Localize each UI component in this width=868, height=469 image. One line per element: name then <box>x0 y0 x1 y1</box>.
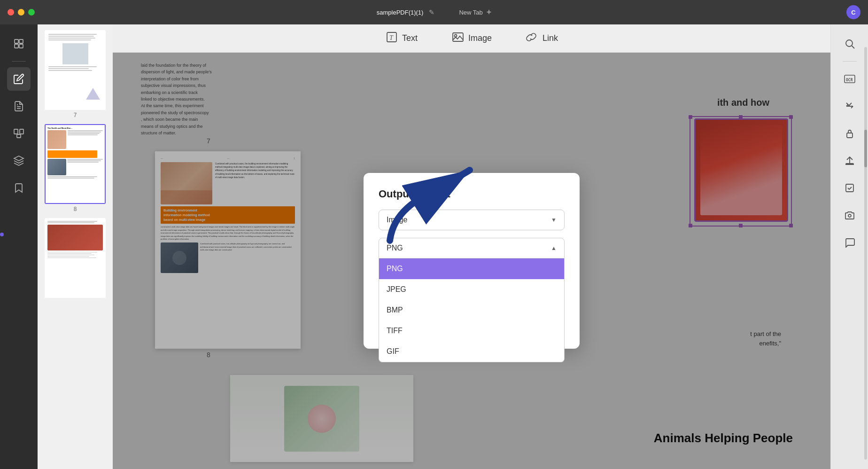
thumb-text-lines-7 <box>48 34 102 40</box>
thumb-content-9 <box>46 219 105 297</box>
svg-text:OCR: OCR <box>846 78 853 82</box>
share-icon-btn[interactable] <box>838 149 861 172</box>
png-dropdown-trigger[interactable]: PNG ▲ <box>379 238 565 258</box>
sidebar-icon-bookmark[interactable] <box>7 176 31 200</box>
sidebar-icon-layers[interactable] <box>7 149 31 172</box>
convert-icon-btn[interactable] <box>838 94 861 118</box>
dropdown-item-png-label: PNG <box>387 265 403 273</box>
sidebar-icon-thumbnails[interactable] <box>7 32 31 55</box>
dropdown-item-gif[interactable]: GIF <box>379 341 564 362</box>
check-icon-btn[interactable] <box>838 176 861 200</box>
toolbar-link-item[interactable]: Link <box>518 27 566 50</box>
dropdown-item-png[interactable]: PNG <box>379 258 564 279</box>
add-tab-icon[interactable]: + <box>487 8 492 17</box>
titlebar-right: C <box>846 5 860 19</box>
svg-rect-19 <box>847 133 852 138</box>
format-select[interactable]: Image ▼ <box>379 210 565 230</box>
toolbar-text-label: Text <box>402 33 418 43</box>
svg-rect-7 <box>20 129 23 134</box>
new-tab-label[interactable]: New Tab <box>459 9 482 16</box>
main-content: 7 The Health and Mood-Boo... <box>0 24 868 469</box>
dropdown-item-tiff-label: TIFF <box>387 327 403 335</box>
image-toolbar-icon <box>451 31 465 46</box>
png-dropdown-field: PNG ▲ PNG JPEG BMP <box>379 238 565 258</box>
camera-icon-btn[interactable] <box>838 203 861 227</box>
edit-icon[interactable]: ✎ <box>429 8 434 16</box>
titlebar-center: samplePDF(1)(1) ✎ New Tab + <box>377 8 492 17</box>
svg-rect-20 <box>846 184 853 192</box>
png-selected-value: PNG <box>387 244 403 252</box>
close-button[interactable] <box>8 9 14 16</box>
png-arrow-up-icon: ▲ <box>551 245 557 251</box>
format-selected-value: Image <box>387 216 407 224</box>
pdf-area: T Text Image <box>113 24 830 469</box>
user-avatar[interactable]: C <box>846 5 860 19</box>
thumbnail-img-9[interactable] <box>45 218 106 298</box>
toolbar-link-label: Link <box>542 33 558 43</box>
dropdown-item-gif-label: GIF <box>387 347 399 356</box>
svg-line-16 <box>852 46 854 49</box>
toolbar-image-label: Image <box>468 33 492 43</box>
modal-title: Output Format <box>379 188 565 200</box>
dropdown-item-jpeg-label: JPEG <box>387 285 406 294</box>
format-arrow-icon: ▼ <box>551 217 557 223</box>
toolbar-image-item[interactable]: Image <box>444 27 499 50</box>
sidebar-icon-annotate[interactable] <box>7 94 31 118</box>
active-indicator <box>0 233 4 236</box>
thumbnail-img-8[interactable]: The Health and Mood-Boo... <box>45 124 106 204</box>
right-divider-1 <box>843 61 857 62</box>
top-toolbar: T Text Image <box>113 24 830 53</box>
toolbar-text-item[interactable]: T Text <box>378 27 425 50</box>
sidebar-divider-1 <box>12 61 26 62</box>
thumb-content-7 <box>46 31 105 109</box>
link-toolbar-icon <box>526 31 539 46</box>
lock-icon-btn[interactable] <box>838 122 861 145</box>
sidebar-icon-merge[interactable] <box>7 122 31 145</box>
thumbnail-item-9[interactable] <box>41 218 109 300</box>
thumbnail-number-8: 8 <box>74 206 77 212</box>
svg-rect-2 <box>15 44 18 48</box>
search-icon-btn[interactable] <box>838 32 861 55</box>
svg-rect-1 <box>19 39 23 43</box>
export-modal: Output Format Image ▼ PNG ▲ <box>364 173 580 349</box>
dropdown-item-tiff[interactable]: TIFF <box>379 320 564 341</box>
svg-rect-3 <box>19 44 23 48</box>
svg-rect-8 <box>17 134 21 138</box>
thumb-title-8: The Health and Mood-Boo... <box>47 127 103 129</box>
text-toolbar-icon: T <box>385 31 398 46</box>
sidebar-icon-edit[interactable] <box>7 67 31 91</box>
svg-rect-6 <box>14 129 18 134</box>
titlebar: samplePDF(1)(1) ✎ New Tab + C <box>0 0 868 24</box>
thumb-triangle-7 <box>86 88 100 100</box>
new-tab-area: New Tab + <box>459 8 491 17</box>
minimize-button[interactable] <box>18 9 24 16</box>
thumbnail-number-7: 7 <box>74 112 77 118</box>
traffic-lights <box>0 9 35 16</box>
maximize-button[interactable] <box>28 9 35 16</box>
thumbnail-item-7[interactable]: 7 <box>41 30 109 118</box>
png-dropdown-list: PNG JPEG BMP TIFF GIF <box>379 258 565 362</box>
ocr-icon-btn[interactable]: OCR <box>838 67 861 91</box>
thumb-placeholder-7 <box>62 43 88 64</box>
dropdown-item-bmp-label: BMP <box>387 306 403 314</box>
dropdown-item-jpeg[interactable]: JPEG <box>379 279 564 300</box>
dropdown-item-bmp[interactable]: BMP <box>379 300 564 320</box>
scrollbar-thumb[interactable] <box>864 130 867 167</box>
format-field: Image ▼ <box>379 210 565 230</box>
thumb-content-8: The Health and Mood-Boo... <box>46 125 105 203</box>
svg-point-15 <box>846 40 852 47</box>
svg-marker-9 <box>14 156 23 161</box>
chat-icon-btn[interactable] <box>838 231 861 254</box>
svg-rect-0 <box>15 39 18 43</box>
thumbnail-img-7[interactable] <box>45 30 106 110</box>
svg-text:T: T <box>389 34 394 41</box>
modal-overlay: Output Format Image ▼ PNG ▲ <box>113 53 830 469</box>
scrollbar[interactable] <box>864 47 867 460</box>
active-tab-label[interactable]: samplePDF(1)(1) <box>377 9 424 16</box>
svg-rect-12 <box>453 33 463 41</box>
thumbnail-panel: 7 The Health and Mood-Boo... <box>38 24 113 469</box>
format-select-wrapper: Image ▼ <box>379 210 565 230</box>
thumbnail-item-8[interactable]: The Health and Mood-Boo... <box>41 124 109 212</box>
svg-point-21 <box>848 214 851 217</box>
left-sidebar <box>0 24 38 469</box>
